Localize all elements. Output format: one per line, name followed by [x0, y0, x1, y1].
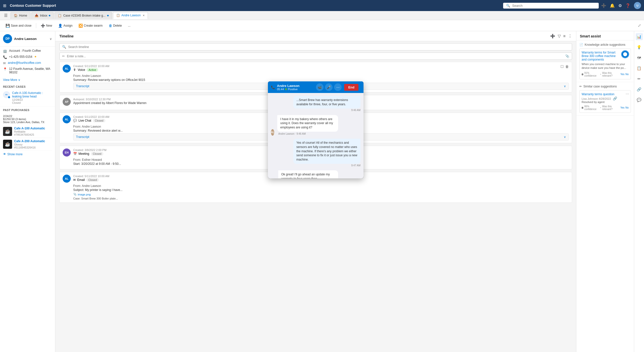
end-call-button[interactable]: End	[344, 84, 358, 91]
tab-andre[interactable]: 📋 Andre Lawson ✕	[113, 12, 148, 19]
contact-expand-button[interactable]: ∨	[50, 37, 52, 41]
account-icon: 🏢	[3, 49, 7, 53]
save-close-button[interactable]: 💾 Save and close	[3, 23, 34, 29]
user-avatar[interactable]: U	[634, 2, 641, 9]
side-icon-chat[interactable]: 💬	[636, 96, 643, 104]
side-icon-map[interactable]: 🗺	[636, 54, 643, 61]
assign-icon: 👤	[58, 24, 62, 28]
show-more-button[interactable]: 👁 Show more	[3, 151, 23, 158]
voice-delete-icon[interactable]: 🗑	[565, 65, 569, 69]
email-body: From: Andre Lawson Subject: My printer i…	[73, 184, 569, 200]
notifications-icon[interactable]: 🔔	[610, 3, 615, 8]
left-sidebar: DP Andre Lawson ∨ 🏢 Account : Fourth Cof…	[0, 31, 55, 352]
similar-cases-title: ✏ Similar case suggestions	[579, 85, 631, 88]
search-bar[interactable]: 🔍	[503, 3, 599, 9]
side-icon-edit[interactable]: ✏	[636, 75, 643, 82]
more-options-icon[interactable]: ⋮	[568, 34, 572, 38]
note-input[interactable]	[67, 55, 563, 58]
hamburger-menu[interactable]: ☰	[2, 12, 10, 19]
relevant-yes-1[interactable]: Yes	[620, 73, 624, 76]
voice-badge: Active	[87, 68, 98, 72]
delete-button[interactable]: 🗑 Delete	[106, 23, 125, 29]
smart-assist-panel: Smart assist 📄 Knowledge article suggest…	[576, 31, 634, 352]
video-call-button[interactable]: 📹	[316, 83, 324, 91]
attachment-icon[interactable]: 📎	[565, 54, 569, 58]
inbox-dot	[49, 15, 50, 16]
create-swarm-button[interactable]: 🔀 Create swarm	[76, 23, 105, 29]
view-more-button[interactable]: View More ∨	[0, 77, 55, 83]
contact-header: DP Andre Lawson ∨	[0, 31, 55, 46]
app-grid-icon[interactable]: ⊞	[3, 3, 6, 8]
assign-button[interactable]: 👤 Assign	[56, 23, 75, 29]
search-timeline-icon: 🔍	[62, 45, 66, 49]
past-purchases: 2/24/22 $1250.50 (3 items) Store 123, Li…	[0, 113, 55, 160]
side-icon-notes[interactable]: 📋	[636, 65, 643, 72]
chat-area: ...Smart Brew has warranty extensions av…	[268, 93, 364, 178]
add-activity-icon[interactable]: ➕	[550, 34, 555, 38]
case-card-menu[interactable]: ⋯	[626, 92, 629, 96]
search-input[interactable]	[512, 4, 596, 8]
chat-icon: 💬	[73, 119, 77, 122]
side-icon-smartassist[interactable]: 💡	[636, 44, 643, 51]
product-item-1: ☕ Cafe A-100 Automatic Refillable #78534…	[3, 125, 52, 138]
similar-case-card: ⋯ Warranty terms question Lisa Johnson 4…	[579, 90, 631, 113]
filter-icon[interactable]: ▽	[558, 34, 561, 38]
location-icon: 📍	[3, 67, 7, 71]
phone-icon: 📞	[3, 55, 7, 59]
add-icon[interactable]: ➕	[601, 3, 606, 8]
more-button[interactable]: ...	[125, 23, 133, 28]
meeting-badge: Closed	[91, 152, 103, 156]
relevant-no-1[interactable]: No	[625, 73, 629, 76]
help-icon[interactable]: ❓	[625, 3, 630, 8]
more-call-options-button[interactable]: ⋯	[334, 83, 342, 91]
tab-close-button[interactable]: ✕	[143, 14, 145, 17]
chat-message-3: Yes of course! All of the mechanics and …	[293, 139, 360, 167]
knowledge-icon: 📄	[579, 43, 583, 46]
voice-meta: Created: 5/11/2022 10:00 AM 🎙 Voice Acti…	[73, 65, 558, 72]
tab-home[interactable]: 🏠 Home	[11, 12, 30, 19]
side-icon-productivity[interactable]: 📊	[636, 33, 643, 40]
new-button[interactable]: ➕ New	[38, 23, 55, 29]
search-timeline-input[interactable]	[68, 45, 569, 49]
product-item-2: ☕ Cafe A-200 Automatic Glossy #511694532…	[3, 138, 52, 151]
note-input-area[interactable]: ✏ 📎	[59, 53, 572, 60]
chat-bubble-4: Ok great! I'll go ahead an update my war…	[278, 170, 338, 178]
view-icon[interactable]: ≡	[563, 34, 566, 38]
relevant-buttons-2: Yes No	[620, 106, 629, 109]
settings-icon[interactable]: ⚙	[618, 3, 622, 8]
product-image-1: ☕	[3, 127, 12, 136]
case-dot	[107, 15, 109, 16]
user-chat-avatar: AL	[271, 129, 274, 136]
email-badge: Closed	[86, 178, 99, 182]
top-navigation: ⊞ Contoso Customer Support 🔍 ➕ 🔔 ⚙ ❓ U	[0, 0, 644, 11]
contact-phone-row: 📞 +1-425-555-0154 ★	[3, 54, 52, 60]
tab-inbox[interactable]: 📥 Inbox	[31, 12, 54, 19]
email-type-icon: ✉	[73, 178, 76, 182]
email-icon: ✉	[3, 61, 6, 65]
timeline-actions: ➕ ▽ ≡ ⋮	[550, 34, 572, 38]
chat-message-4: AL Ok great! I'll go ahead an update my …	[271, 170, 338, 178]
voice-edit-icon[interactable]: ☐	[560, 65, 564, 69]
call-overlay: 📞 Andre Lawson 05:44 Positive 📹 🎤 ⋯	[268, 81, 364, 178]
timeline-title: Timeline	[59, 34, 548, 38]
timeline-search[interactable]: 🔍	[59, 43, 572, 51]
side-icon-link[interactable]: 🔗	[636, 86, 643, 93]
recent-cases-header: Recent cases	[0, 83, 55, 89]
case-link-icon[interactable]: 🔗	[613, 96, 617, 100]
case-status-dot	[8, 96, 10, 98]
product-info-1: Cafe A-100 Automatic Refillable #7853476…	[14, 127, 45, 136]
toolbar-divider-1	[36, 23, 36, 28]
tab-case[interactable]: 📋 Case #23345 Broken intake g...	[55, 12, 112, 19]
relevant-no-2[interactable]: No	[625, 106, 629, 109]
mute-button[interactable]: 🎤	[325, 83, 333, 91]
contact-email-row: ✉ andre@fourthcoffee.com	[3, 60, 52, 66]
knowledge-section: 📄 Knowledge article suggestions Warranty…	[576, 40, 634, 82]
status-dot	[285, 88, 287, 91]
email-type: ✉ Email Closed	[73, 178, 569, 182]
smart-assist-title: Smart assist	[576, 31, 634, 40]
expand-icon[interactable]: ⤢	[638, 23, 641, 28]
product-info-2: Cafe A-200 Automatic Glossy #51169453264…	[14, 139, 45, 149]
relevant-yes-2[interactable]: Yes	[620, 106, 624, 109]
note-pencil-icon: ✏	[62, 54, 65, 58]
email-attachment[interactable]: 📎 image.png	[73, 193, 569, 196]
